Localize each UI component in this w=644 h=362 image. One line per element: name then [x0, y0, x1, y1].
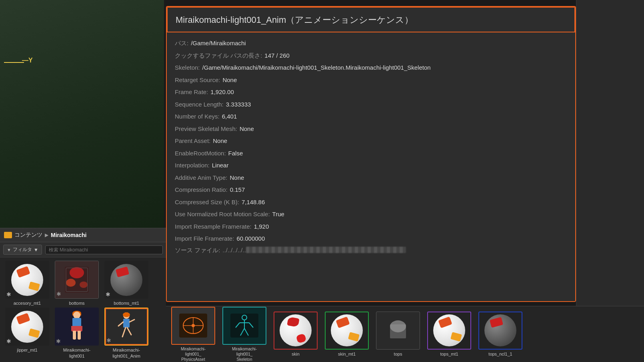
bottoms-svg: [63, 265, 91, 295]
list-item[interactable]: tops: [374, 312, 422, 357]
svg-point-1: [70, 267, 84, 278]
filter-row: ▼ フィルタ ▼: [0, 242, 166, 257]
info-row-num-keys: Number of Keys: 6,401: [175, 112, 567, 121]
info-row-parent-asset: Parent Asset: None: [175, 137, 567, 146]
bottom-asset-strip: Miraikomachi-light001_PhysicsAsset Mirai…: [166, 306, 644, 362]
filter-dropdown-icon: ▼: [34, 247, 38, 253]
char-legs: [73, 331, 81, 340]
info-label-preview-mesh: Preview Skeletal Mesh:: [175, 125, 237, 134]
info-row-preview-mesh: Preview Skeletal Mesh: None: [175, 125, 567, 134]
star-icon: ✱: [6, 338, 11, 344]
filter-icon: ▼: [7, 247, 11, 252]
info-label-interpolation: Interpolation:: [175, 161, 210, 170]
list-item[interactable]: tops_ncl1_1: [476, 312, 524, 357]
info-label-compressed-size: Compressed Size (K B):: [175, 198, 239, 207]
tops-ncl1-thumbnail: [484, 314, 516, 346]
svg-point-6: [123, 312, 130, 317]
info-panel-body: パス: /Game/Miraikomachi クックするファイル パスの長さ: …: [167, 32, 575, 301]
asset-thumbnail: [427, 312, 471, 350]
info-label-import-framerate: Import File Framerate:: [175, 234, 234, 243]
info-value-retarget: None: [222, 76, 237, 85]
info-row-skeleton: Skeleton: /Game/Miraikomachi/Miraikomach…: [175, 63, 567, 72]
info-value-compression-ratio: 0.157: [230, 185, 245, 195]
info-row-compression-ratio: Compression Ratio: 0.157: [175, 185, 567, 195]
svg-line-11: [127, 328, 131, 335]
tops-svg: [382, 316, 414, 344]
info-value-resample-framerate: 1,920: [254, 222, 269, 231]
info-label-root-motion: EnableRootMotion:: [175, 149, 226, 158]
svg-rect-7: [123, 319, 130, 328]
info-row-cook: クックするファイル パスの長さ: 147 / 260: [175, 51, 567, 60]
svg-point-2: [66, 279, 76, 287]
breadcrumb: コンテンツ ▶ Miraikomachi: [0, 228, 166, 242]
breadcrumb-arrow: ▶: [45, 232, 48, 238]
asset-name: Miraikomachi-light001: [63, 347, 90, 359]
info-row-compressed-size: Compressed Size (K B): 7,148.86: [175, 198, 567, 207]
source-blurred-path: [246, 247, 406, 253]
asset-name: Miraikomachi-light001_Skeleton: [232, 346, 257, 362]
svg-point-16: [192, 324, 195, 327]
info-value-additive-type: None: [230, 173, 244, 183]
skin-ball-thumbnail: [280, 314, 312, 346]
info-label-num-keys: Number of Keys:: [175, 112, 220, 121]
list-item[interactable]: ✱ accesory_mt1: [3, 261, 51, 306]
list-item[interactable]: Miraikomachi-light001_Skeleton: [220, 307, 268, 362]
char-leg-left: [73, 331, 76, 340]
info-value-interpolation: Linear: [212, 161, 229, 170]
list-item[interactable]: ✱ bottoms_mt1: [102, 261, 150, 306]
info-row-additive-type: Additive Anim Type: None: [175, 173, 567, 183]
asset-thumbnail: ✱: [104, 261, 148, 299]
info-label-source-file: ソース ファイル:: [175, 247, 220, 254]
asset-name: bottoms: [69, 300, 84, 306]
asset-name: tops_ncl1_1: [488, 351, 512, 357]
info-value-parent-asset: None: [213, 137, 227, 146]
ball-thumbnail-2: [11, 311, 43, 343]
asset-thumbnail: [171, 307, 215, 345]
asset-thumbnail-selected: ✱: [104, 308, 148, 346]
asset-thumbnail: ✱: [55, 308, 99, 346]
asset-name: tops: [394, 351, 402, 357]
list-item[interactable]: ✱ Miraikomachi-light001: [53, 308, 101, 359]
info-value-num-keys: 6,401: [222, 112, 237, 121]
skeleton-asset-svg: [228, 312, 260, 340]
list-item[interactable]: ✱ jipper_mt1: [3, 308, 51, 359]
filter-button[interactable]: ▼ フィルタ ▼: [3, 245, 42, 255]
asset-name: accesory_mt1: [14, 300, 41, 306]
list-item[interactable]: ✱ Miraikomachi-light001_Anim: [102, 308, 150, 359]
info-label-seq-length: Sequence Length:: [175, 100, 224, 109]
info-label-resample-framerate: Import Resample Framerate:: [175, 222, 252, 231]
info-value-path: /Game/Miraikomachi: [191, 39, 246, 48]
character-thumbnail: [55, 308, 99, 346]
info-label-norm-root-motion: Use Normalized Root Motion Scale:: [175, 210, 270, 219]
search-input[interactable]: [45, 245, 163, 254]
info-row-source-file: ソース ファイル: ../../../../..: [175, 247, 567, 254]
info-row-resample-framerate: Import Resample Framerate: 1,920: [175, 222, 567, 231]
asset-thumbnail: [478, 312, 522, 350]
info-value-framerate: 1,920.00: [210, 88, 234, 97]
asset-thumbnail: ✱: [5, 308, 49, 346]
svg-rect-27: [390, 324, 406, 338]
tops-mt1-thumbnail: [433, 314, 465, 346]
char-leg-right: [78, 331, 81, 340]
list-item[interactable]: skin: [272, 312, 320, 357]
asset-thumbnail: ✱: [55, 261, 99, 299]
svg-line-8: [118, 322, 123, 326]
asset-thumbnail: [376, 312, 420, 350]
physics-asset-svg: [177, 312, 209, 340]
asset-name: tops_mt1: [440, 351, 458, 357]
list-item[interactable]: Miraikomachi-light001_PhysicsAsset: [169, 307, 217, 362]
star-icon: ✱: [106, 337, 111, 344]
asset-thumbnail: [274, 312, 318, 350]
info-value-compressed-size: 7,148.86: [242, 198, 265, 207]
list-item[interactable]: tops_mt1: [425, 312, 473, 357]
asset-name: jipper_mt1: [17, 347, 37, 353]
breadcrumb-current[interactable]: Miraikomachi: [51, 232, 86, 238]
info-value-seq-length: 3.333333: [226, 100, 251, 109]
info-label-additive-type: Additive Anim Type:: [175, 173, 227, 183]
info-row-import-framerate: Import File Framerate: 60.000000: [175, 234, 567, 243]
info-value-import-framerate: 60.000000: [236, 234, 265, 243]
list-item[interactable]: ✱ bottoms: [53, 261, 101, 306]
info-panel-title: Miraikomachi-light001_Anim（アニメーションシーケンス）: [167, 7, 575, 32]
star-icon: ✱: [106, 291, 110, 298]
list-item[interactable]: skin_mt1: [323, 312, 371, 357]
